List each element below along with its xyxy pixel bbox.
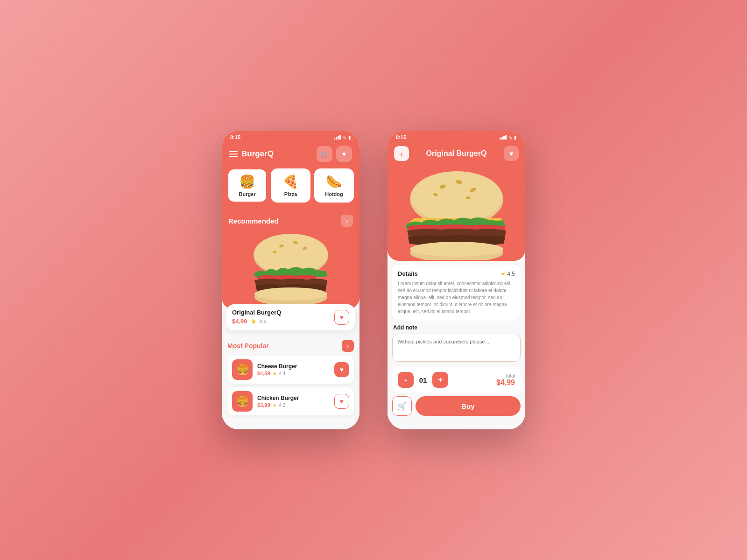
favorite-product-button[interactable]: ♥ bbox=[334, 310, 349, 325]
note-input[interactable] bbox=[392, 334, 521, 362]
recommended-title: Recommended bbox=[228, 217, 279, 225]
details-section: Details ★ 4.5 Lorem ipsum dolor sit amet… bbox=[392, 265, 521, 321]
chicken-burger-favorite[interactable]: ♥ bbox=[334, 394, 349, 409]
phone2-hero bbox=[388, 168, 525, 261]
category-burger[interactable]: 🍔 Burger bbox=[227, 168, 267, 203]
cheese-burger-favorite[interactable]: ♥ bbox=[334, 362, 349, 377]
status-bar-2: 8:15 ∿ ▮ bbox=[388, 131, 525, 142]
cheese-rating: 4.4 bbox=[279, 371, 286, 376]
chicken-star: ★ bbox=[273, 403, 277, 408]
list-item[interactable]: 🍔 Cheese Burger $4,59 ★ 4.4 ♥ bbox=[227, 356, 354, 384]
cheese-burger-info: Cheese Burger $4,59 ★ 4.4 bbox=[257, 363, 330, 376]
product-name: Original BurgerQ bbox=[232, 309, 281, 316]
detail-burger-image bbox=[401, 169, 513, 260]
signal-icon bbox=[334, 135, 341, 140]
favorites-button[interactable]: ♥ bbox=[336, 146, 352, 162]
status-icons-1: ∿ ▮ bbox=[334, 135, 351, 140]
phone-2: 8:15 ∿ ▮ ‹ Original BurgerQ ♥ bbox=[388, 131, 525, 429]
signal-icon-2 bbox=[500, 135, 507, 140]
star-icon: ★ bbox=[250, 317, 257, 326]
burger-image bbox=[244, 230, 338, 304]
most-popular-header: Most Popular › bbox=[227, 340, 354, 352]
details-description: Lorem ipsum dolor sit amet, consectetur … bbox=[398, 280, 515, 315]
cart-button[interactable]: 🛒 bbox=[317, 146, 332, 162]
total-label: Total bbox=[496, 373, 515, 378]
most-popular-title: Most Popular bbox=[227, 342, 269, 350]
most-popular: Most Popular › 🍔 Cheese Burger $4,59 ★ 4… bbox=[222, 335, 359, 424]
quantity-value: 01 bbox=[418, 376, 428, 384]
status-icons-2: ∿ ▮ bbox=[500, 135, 517, 140]
cheese-burger-name: Cheese Burger bbox=[257, 363, 330, 370]
burger-label: Burger bbox=[239, 191, 255, 197]
recommended-header: Recommended › bbox=[228, 215, 353, 227]
burger-hero bbox=[228, 230, 353, 309]
time-1: 8:15 bbox=[230, 134, 240, 140]
chicken-rating: 4.3 bbox=[279, 403, 286, 408]
phone2-title: Original BurgerQ bbox=[426, 149, 487, 158]
cheese-burger-price: $4,59 bbox=[257, 371, 270, 376]
recommended-arrow[interactable]: › bbox=[341, 215, 353, 227]
wifi-icon: ∿ bbox=[343, 135, 346, 140]
chicken-burger-thumb: 🍔 bbox=[232, 391, 253, 412]
categories: 🍔 Burger 🍕 Pizza 🌭 Hotdog bbox=[222, 168, 359, 210]
phone2-header: ‹ Original BurgerQ ♥ bbox=[388, 142, 525, 168]
most-popular-arrow[interactable]: › bbox=[342, 340, 354, 352]
chicken-burger-price-row: $3,99 ★ 4.3 bbox=[257, 402, 330, 408]
recommended-section: Recommended › bbox=[222, 210, 359, 309]
hotdog-label: Hotdog bbox=[325, 191, 343, 197]
menu-icon[interactable] bbox=[229, 151, 238, 157]
pizza-emoji: 🍕 bbox=[282, 174, 299, 189]
product-card: Original BurgerQ $4,99 ★ 4.5 ♥ bbox=[226, 304, 355, 330]
list-item[interactable]: 🍔 Chicken Burger $3,99 ★ 4.3 ♥ bbox=[227, 387, 354, 415]
note-label: Add note bbox=[392, 324, 521, 331]
cheese-burger-thumb: 🍔 bbox=[232, 359, 253, 380]
product-price: $4,99 bbox=[232, 318, 247, 325]
product-rating: 4.5 bbox=[260, 319, 267, 324]
app-title: BurgerQ bbox=[241, 149, 274, 159]
pizza-label: Pizza bbox=[284, 191, 297, 197]
details-label: Details bbox=[398, 270, 418, 277]
chicken-burger-name: Chicken Burger bbox=[257, 395, 330, 401]
svg-point-7 bbox=[254, 287, 327, 301]
decrease-button[interactable]: - bbox=[398, 372, 414, 388]
product-price-row: $4,99 ★ 4.5 bbox=[232, 317, 281, 326]
detail-star: ★ bbox=[500, 271, 506, 277]
hotdog-emoji: 🌭 bbox=[326, 174, 342, 189]
phone-1: 8:15 ∿ ▮ BurgerQ 🛒 bbox=[222, 131, 359, 429]
chicken-burger-info: Chicken Burger $3,99 ★ 4.3 bbox=[257, 395, 330, 408]
back-button[interactable]: ‹ bbox=[394, 146, 409, 161]
details-rating: ★ 4.5 bbox=[500, 271, 515, 277]
buy-section: 🛒 Buy bbox=[388, 396, 525, 421]
svg-point-1 bbox=[254, 234, 328, 274]
buy-button[interactable]: Buy bbox=[416, 396, 521, 416]
wifi-icon-2: ∿ bbox=[508, 135, 512, 140]
detail-rating-value: 4.5 bbox=[507, 271, 515, 277]
burger-emoji: 🍔 bbox=[239, 174, 255, 189]
svg-point-16 bbox=[410, 242, 503, 257]
svg-point-9 bbox=[411, 171, 502, 223]
note-section: Add note bbox=[392, 324, 521, 364]
total-container: Total $4,99 bbox=[496, 373, 515, 387]
battery-icon: ▮ bbox=[348, 135, 351, 140]
total-price: $4,99 bbox=[496, 378, 515, 387]
header-left: BurgerQ bbox=[229, 149, 274, 159]
header-right: 🛒 ♥ bbox=[317, 146, 352, 162]
phone1-body: Recommended › bbox=[222, 210, 359, 429]
cheese-burger-price-row: $4,59 ★ 4.4 bbox=[257, 371, 330, 376]
battery-icon-2: ▮ bbox=[514, 135, 517, 140]
cheese-star: ★ bbox=[273, 371, 277, 376]
quantity-section: - 01 + Total $4,99 bbox=[392, 367, 521, 392]
product-info: Original BurgerQ $4,99 ★ 4.5 bbox=[232, 309, 281, 326]
details-header: Details ★ 4.5 bbox=[398, 270, 515, 277]
time-2: 8:15 bbox=[396, 134, 406, 140]
category-pizza[interactable]: 🍕 Pizza bbox=[271, 168, 310, 203]
status-bar-1: 8:15 ∿ ▮ bbox=[222, 131, 359, 142]
category-hotdog[interactable]: 🌭 Hotdog bbox=[314, 168, 354, 203]
phone1-header: BurgerQ 🛒 ♥ bbox=[222, 142, 359, 168]
chicken-burger-price: $3,99 bbox=[257, 402, 270, 408]
detail-favorite-button[interactable]: ♥ bbox=[504, 146, 519, 161]
add-to-cart-button[interactable]: 🛒 bbox=[392, 396, 412, 416]
increase-button[interactable]: + bbox=[432, 372, 448, 388]
phone2-body: Details ★ 4.5 Lorem ipsum dolor sit amet… bbox=[388, 261, 525, 429]
